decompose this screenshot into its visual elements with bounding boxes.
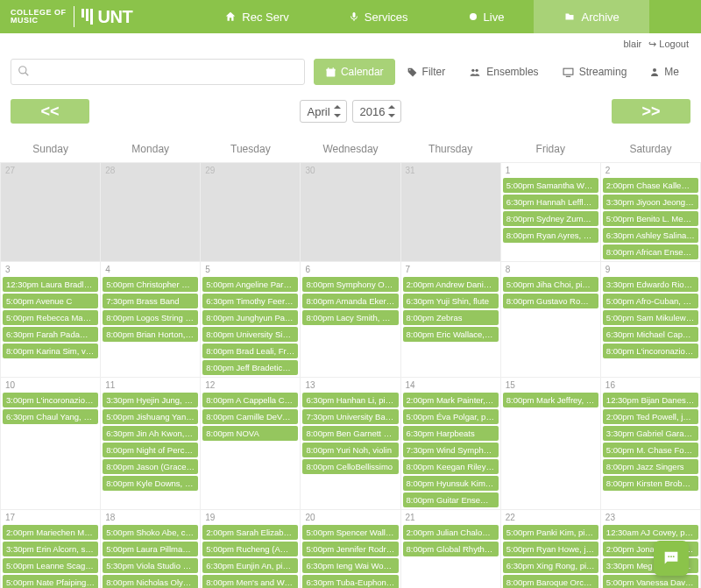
toolbar-me[interactable]: Me <box>638 59 690 85</box>
calendar-event[interactable]: 8:00pm CelloBellissimo <box>302 459 398 474</box>
calendar-event[interactable]: 6:30pm Michael Capone, g <box>603 327 698 342</box>
calendar-event[interactable]: 8:00pm Junghyun Park, vio <box>202 310 298 325</box>
month-select[interactable]: April <box>300 100 347 123</box>
calendar-event[interactable]: 5:00pm M. Chase Fowler, c <box>603 443 698 457</box>
calendar-event[interactable]: 3:30pm Edwardo Rios, viol <box>603 277 698 292</box>
calendar-event[interactable]: 5:00pm Benito L. Medrano, <box>603 211 698 226</box>
calendar-event[interactable]: 8:00pm A Cappella Choir <box>202 393 298 407</box>
user-link[interactable]: blair <box>623 39 641 50</box>
calendar-event[interactable]: 5:00pm Jishuang Yan, violi <box>103 409 198 424</box>
calendar-event[interactable]: 6:30pm Hanhan Li, piano <box>302 393 398 407</box>
calendar-cell[interactable]: 22:00pm Chase Kallemeyn,3:30pm Jiyoon Je… <box>600 163 700 262</box>
calendar-event[interactable]: 5:00pm Nate Pfaipinger, eu <box>3 575 98 588</box>
calendar-cell[interactable]: 312:30pm Laura Bradley, cla5:00pm Avenue… <box>1 262 101 378</box>
calendar-event[interactable]: 5:00pm Laura Pillman, flute <box>103 542 198 556</box>
nav-archive[interactable]: Archive <box>534 0 648 33</box>
calendar-event[interactable]: 8:00pm Men's and Women <box>202 575 298 588</box>
calendar-event[interactable]: 5:00pm Leanne Scaggs, sc <box>3 558 98 573</box>
calendar-event[interactable]: 8:00pm Ryan Ayres, compo <box>503 228 598 243</box>
calendar-event[interactable]: 6:30pm Yuji Shin, flute <box>403 294 499 308</box>
calendar-event[interactable]: 5:00pm Samantha Wood, s <box>503 178 598 193</box>
calendar-cell[interactable]: 30 <box>301 163 400 262</box>
calendar-event[interactable]: 8:00pm Zebras <box>403 310 499 325</box>
calendar-event[interactable]: 6:30pm Jin Ah Kwon, pianc <box>103 426 198 441</box>
calendar-event[interactable]: 8:00pm Sydney Zumwallen <box>503 211 598 226</box>
year-select[interactable]: 2016 <box>352 100 402 123</box>
calendar-cell[interactable]: 142:00pm Mark Painter, guita5:00pm Éva P… <box>400 378 500 510</box>
calendar-cell[interactable]: 55:00pm Angeline Park, viol6:30pm Timoth… <box>201 262 301 378</box>
calendar-event[interactable]: 8:00pm Jazz Singers <box>603 459 698 474</box>
calendar-event[interactable]: 6:30pm Ieng Wai Wong, flu <box>302 558 398 573</box>
calendar-event[interactable]: 6:30pm Harpbeats <box>403 426 499 441</box>
calendar-cell[interactable]: 103:00pm L'incoronazione di6:30pm Chaul … <box>1 378 101 510</box>
calendar-event[interactable]: 8:00pm Brad Leali, Fred Ha <box>202 344 298 358</box>
calendar-event[interactable]: 5:00pm Spencer Wallin, tru <box>302 525 398 540</box>
calendar-event[interactable]: 5:00pm Christopher Sharpe <box>103 277 198 292</box>
calendar-event[interactable]: 12:30pm Laura Bradley, cla <box>3 277 98 292</box>
calendar-event[interactable]: 8:00pm L'incoronazione di <box>603 344 698 358</box>
calendar-event[interactable]: 6:30pm Tuba-Euphonium E <box>302 575 398 588</box>
calendar-cell[interactable]: 45:00pm Christopher Sharpe7:30pm Brass B… <box>101 262 201 378</box>
calendar-event[interactable]: 8:00pm Gustavo Romero, p <box>503 294 598 308</box>
calendar-event[interactable]: 5:00pm Shoko Abe, collabe <box>103 525 198 540</box>
calendar-cell[interactable]: 128:00pm A Cappella Choir8:00pm Camille … <box>201 378 301 510</box>
calendar-event[interactable]: 7:30pm Brass Band <box>103 294 198 308</box>
calendar-event[interactable]: 2:00pm Mariechen Meyer, <box>3 525 98 540</box>
calendar-event[interactable]: 2:00pm Mark Painter, guita <box>403 393 499 407</box>
calendar-event[interactable]: 8:00pm African Ensemble <box>603 244 698 259</box>
calendar-cell[interactable]: 158:00pm Mark Jeffrey, tuba <box>500 378 600 510</box>
calendar-event[interactable]: 8:00pm Global Rhythms <box>403 542 499 556</box>
calendar-cell[interactable]: 192:00pm Sarah Elizabeth Ut5:00pm Ruchen… <box>201 510 301 589</box>
calendar-cell[interactable]: 172:00pm Mariechen Meyer,3:30pm Erin Alc… <box>1 510 101 589</box>
calendar-event[interactable]: 6:30pm Xing Rong, piano <box>503 558 598 573</box>
calendar-event[interactable]: 2:00pm Ted Powell, jazz <box>603 409 698 424</box>
calendar-event[interactable]: 8:00pm Hyunsuk Kim, pian <box>403 476 499 491</box>
calendar-event[interactable]: 12:30am AJ Covey, percus <box>603 525 698 540</box>
toolbar-calendar[interactable]: Calendar <box>314 59 395 85</box>
calendar-event[interactable]: 12:30pm Bijan Daneshvar, <box>603 393 698 407</box>
nav-live[interactable]: Live <box>438 0 535 33</box>
calendar-event[interactable]: 8:00pm Lacy Smith, eupho <box>302 310 398 325</box>
calendar-event[interactable]: 8:00pm Camille DeVore, ja <box>202 409 298 424</box>
calendar-event[interactable]: 5:00pm Jiha Choi, piano <box>503 277 598 292</box>
calendar-event[interactable]: 7:30pm University Band an <box>302 409 398 424</box>
calendar-event[interactable]: 8:00pm Jeff Bradetich & Ci <box>202 360 298 375</box>
calendar-event[interactable]: 6:30pm Chaul Yang, violin <box>3 409 98 424</box>
calendar-event[interactable]: 5:00pm Ryan Howe, jazz v <box>503 542 598 556</box>
calendar-cell[interactable]: 93:30pm Edwardo Rios, viol5:00pm Afro-Cu… <box>600 262 700 378</box>
calendar-event[interactable]: 3:30pm Gabriel Garabini Sa <box>603 426 698 441</box>
calendar-cell[interactable]: 68:00pm Symphony Orches8:00pm Amanda Eke… <box>301 262 400 378</box>
calendar-event[interactable]: 3:30pm Hyejin Jung, clarine <box>103 393 198 407</box>
nav-services[interactable]: Services <box>319 0 438 33</box>
calendar-event[interactable]: 8:00pm Symphony Orches <box>302 277 398 292</box>
calendar-event[interactable]: 2:00pm Chase Kallemeyn, <box>603 178 698 193</box>
calendar-event[interactable]: 5:00pm Rebecca Maxwell- <box>3 310 98 325</box>
nav-rec-serv[interactable]: Rec Serv <box>195 0 318 33</box>
calendar-event[interactable]: 6:30pm Hannah Leffler, flut <box>503 195 598 209</box>
calendar-event[interactable]: 3:00pm L'incoronazione di <box>3 393 98 407</box>
calendar-event[interactable]: 5:00pm Sam Mikulewicz, j <box>603 310 698 325</box>
calendar-cell[interactable]: 31 <box>400 163 500 262</box>
calendar-cell[interactable]: 185:00pm Shoko Abe, collabe5:00pm Laura … <box>101 510 201 589</box>
calendar-event[interactable]: 8:00pm NOVA <box>202 426 298 441</box>
calendar-cell[interactable]: 15:00pm Samantha Wood, s6:30pm Hannah Le… <box>500 163 600 262</box>
calendar-event[interactable]: 8:00pm Kyle Downs, guitar <box>103 476 198 491</box>
calendar-event[interactable]: 5:00pm Avenue C <box>3 294 98 308</box>
toolbar-ensembles[interactable]: Ensembles <box>457 59 549 85</box>
calendar-event[interactable]: 8:00pm Mark Jeffrey, tuba <box>503 393 598 407</box>
calendar-cell[interactable]: 136:30pm Hanhan Li, piano7:30pm Universi… <box>301 378 400 510</box>
calendar-event[interactable]: 6:30pm Eunjin An, piano <box>202 558 298 573</box>
calendar-event[interactable]: 5:00pm Afro-Cuban, Brazili <box>603 294 698 308</box>
calendar-cell[interactable]: 205:00pm Spencer Wallin, tru5:00pm Jenni… <box>301 510 400 589</box>
calendar-event[interactable]: 5:00pm Panki Kim, piano <box>503 525 598 540</box>
calendar-event[interactable]: 2:00pm Sarah Elizabeth Ut <box>202 525 298 540</box>
calendar-cell[interactable]: 212:00pm Julian Chalon, gui8:00pm Global… <box>400 510 500 589</box>
calendar-event[interactable]: 8:00pm Logos String Quar <box>103 310 198 325</box>
calendar-event[interactable]: 2:00pm Andrew Daniel, gu <box>403 277 499 292</box>
calendar-event[interactable]: 8:00pm Jason (Grace) Kim <box>103 459 198 474</box>
calendar-event[interactable]: 8:00pm Ben Garnett & Mat <box>302 426 398 441</box>
toolbar-streaming[interactable]: Streaming <box>550 59 639 85</box>
next-month-button[interactable]: >> <box>612 99 690 124</box>
calendar-event[interactable]: 3:30pm Jiyoon Jeong, pian <box>603 195 698 209</box>
logout-link[interactable]: ↪ Logout <box>648 39 689 50</box>
